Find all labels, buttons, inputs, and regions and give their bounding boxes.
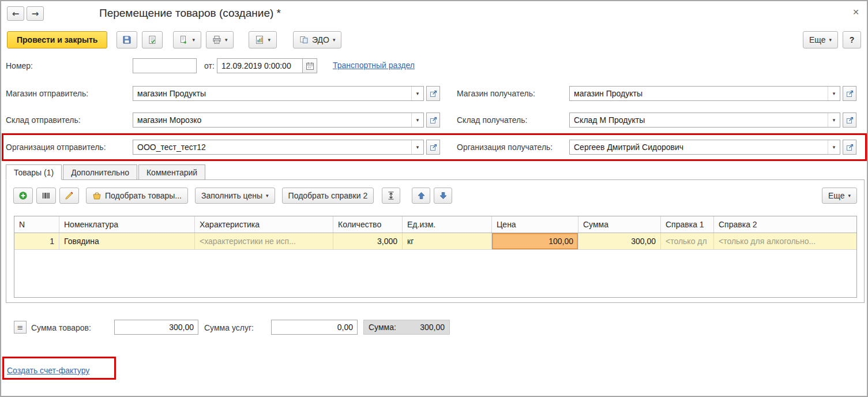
org-receiver-dropdown-button[interactable]: ▾ [828, 140, 840, 154]
org-sender-dropdown-button[interactable]: ▾ [411, 140, 423, 154]
warehouse-sender-value: магазин Морозко [133, 113, 411, 127]
fill-prices-button[interactable]: Заполнить цены ▾ [195, 188, 275, 204]
pick-certificates-label: Подобрать справки 2 [288, 191, 368, 200]
warehouse-receiver-open-button[interactable] [843, 113, 856, 128]
tab-comment[interactable]: Комментарий [138, 164, 205, 180]
table-row[interactable]: 1 Говядина <характеристики не исп... 3,0… [14, 233, 856, 250]
back-button[interactable]: ← [7, 6, 24, 21]
column-header-nomenclature: Номенклатура [59, 216, 195, 233]
table-header-row: N Номенклатура Характеристика Количество… [14, 216, 856, 233]
edo-button[interactable]: ЭДО ▾ [293, 31, 342, 48]
create-invoice-link[interactable]: Создать счет-фактуру [7, 366, 89, 375]
transport-section-link[interactable]: Транспортный раздел [333, 61, 415, 70]
org-receiver-combo[interactable]: Сергеев Дмитрий Сидорович ▾ [569, 140, 840, 155]
total-sum-field: Сумма: 300,00 [363, 320, 450, 335]
store-sender-label: Магазин отправитель: [6, 89, 88, 98]
edit-price-button[interactable] [59, 188, 79, 204]
chevron-down-icon: ▾ [833, 117, 836, 123]
open-icon [430, 117, 437, 124]
tab-additional[interactable]: Дополнительно [63, 164, 137, 180]
cell-price[interactable]: 100,00 [492, 233, 578, 249]
vertical-resize-icon [387, 192, 395, 200]
items-toolbar: Подобрать товары... Заполнить цены ▾ Под… [13, 188, 857, 204]
tab-goods-label: Товары (1) [14, 168, 54, 177]
add-row-button[interactable] [13, 188, 33, 204]
cell-characteristic[interactable]: <характеристики не исп... [195, 233, 333, 249]
cell-nomenclature[interactable]: Говядина [59, 233, 195, 249]
goods-sum-label: Сумма товаров: [31, 323, 91, 332]
cell-cert2[interactable]: <только для алкогольно... [714, 233, 856, 249]
warehouse-receiver-dropdown-button[interactable]: ▾ [828, 113, 840, 127]
chevron-down-icon: ▾ [268, 37, 270, 43]
column-header-quantity: Количество [333, 216, 403, 233]
warehouse-receiver-label: Склад получатель: [457, 115, 527, 125]
number-input[interactable] [133, 58, 197, 73]
barcode-button[interactable] [36, 188, 56, 204]
chevron-down-icon: ▾ [416, 144, 419, 150]
cell-quantity[interactable]: 3,000 [333, 233, 403, 249]
org-receiver-open-button[interactable] [843, 140, 856, 155]
move-down-button[interactable] [434, 188, 452, 204]
org-sender-open-button[interactable] [426, 140, 440, 155]
report-icon [255, 35, 264, 44]
chevron-down-icon: ▾ [192, 37, 195, 43]
calendar-button[interactable] [302, 58, 317, 73]
chevron-down-icon: ▾ [833, 144, 836, 150]
date-value: 12.09.2019 0:00:00 [221, 61, 291, 70]
store-receiver-dropdown-button[interactable]: ▾ [828, 87, 840, 100]
store-sender-dropdown-button[interactable]: ▾ [411, 87, 423, 100]
store-receiver-open-button[interactable] [843, 86, 856, 101]
column-header-sum: Сумма [578, 216, 661, 233]
save-button[interactable] [117, 31, 137, 48]
org-sender-combo[interactable]: ООО_тест_тест12 ▾ [133, 140, 424, 155]
help-button[interactable]: ? [843, 31, 861, 48]
tab-strip: Товары (1) Дополнительно Комментарий [6, 164, 205, 180]
open-icon [430, 90, 437, 98]
cell-unit[interactable]: кг [403, 233, 492, 249]
items-more-button[interactable]: Еще ▾ [822, 188, 857, 204]
store-sender-open-button[interactable] [426, 86, 440, 101]
chevron-down-icon: ▾ [848, 193, 851, 198]
goods-sum-value: 300,00 [169, 323, 194, 332]
store-sender-value: магазин Продукты [133, 87, 411, 100]
calendar-icon [306, 62, 314, 70]
forward-button[interactable]: → [27, 6, 44, 21]
reports-button[interactable]: ▾ [249, 31, 277, 48]
back-arrow-icon: ← [12, 9, 20, 19]
warehouse-sender-dropdown-button[interactable]: ▾ [411, 113, 423, 127]
pick-goods-button[interactable]: Подобрать товары... [86, 188, 188, 204]
main-toolbar: Провести и закрыть ▾ [7, 31, 861, 48]
date-label: от: [204, 61, 215, 70]
goods-panel: Подобрать товары... Заполнить цены ▾ Под… [6, 179, 865, 303]
post-button[interactable] [142, 31, 163, 48]
close-button[interactable]: × [849, 5, 863, 19]
store-receiver-value: магазин Продукты [570, 87, 828, 100]
goods-sum-input[interactable]: 300,00 [114, 320, 198, 335]
more-button[interactable]: Еще ▾ [803, 31, 838, 48]
cell-sum[interactable]: 300,00 [578, 233, 661, 249]
open-icon [846, 144, 854, 151]
cell-n[interactable]: 1 [14, 233, 59, 249]
menu-icon: ≡ [17, 323, 24, 332]
print-button[interactable]: ▾ [206, 31, 234, 48]
fit-rows-button[interactable] [382, 188, 400, 204]
printer-icon [212, 35, 221, 44]
warehouse-receiver-combo[interactable]: Склад М Продукты ▾ [569, 113, 840, 128]
create-based-on-button[interactable]: ▾ [173, 31, 201, 48]
move-up-button[interactable] [412, 188, 430, 204]
store-receiver-label: Магазин получатель: [457, 89, 535, 98]
pick-certificates-button[interactable]: Подобрать справки 2 [282, 188, 374, 204]
totals-menu-button[interactable]: ≡ [14, 321, 27, 334]
store-sender-combo[interactable]: магазин Продукты ▾ [133, 86, 424, 101]
page-title: Перемещение товаров (создание) * [99, 7, 281, 20]
post-and-close-button[interactable]: Провести и закрыть [7, 31, 107, 48]
store-receiver-combo[interactable]: магазин Продукты ▾ [569, 86, 840, 101]
tab-goods[interactable]: Товары (1) [6, 164, 62, 180]
warehouse-sender-combo[interactable]: магазин Морозко ▾ [133, 113, 424, 128]
forward-arrow-icon: → [32, 9, 39, 19]
services-sum-input[interactable]: 0,00 [271, 320, 358, 335]
warehouse-sender-open-button[interactable] [426, 113, 440, 128]
cell-cert1[interactable]: <только дл [661, 233, 714, 249]
date-input[interactable]: 12.09.2019 0:00:00 [217, 58, 303, 73]
open-icon [846, 90, 854, 98]
